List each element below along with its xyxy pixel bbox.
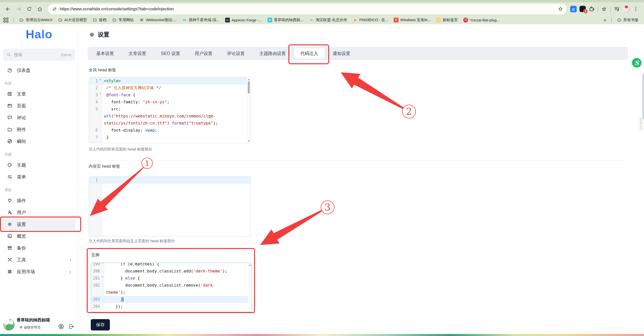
tab-codeInjection[interactable]: 代码注入 (294, 48, 325, 59)
code-line: 1 (89, 177, 251, 184)
sidebar-item-plugins[interactable]: 插件 (3, 195, 76, 206)
sidebar-item-settings[interactable]: 设置 (3, 218, 76, 230)
code-editor-content-head[interactable]: 1 (89, 176, 251, 236)
tab-routes[interactable]: 主题路由设置 (253, 48, 292, 59)
forward-icon[interactable] (14, 4, 24, 14)
halo-logo[interactable]: Halo (0, 27, 78, 41)
bookmark-item[interactable]: 留档 (90, 17, 109, 23)
all-bookmarks-button[interactable]: 所有书签 (615, 17, 640, 23)
user-actions (58, 323, 75, 330)
bookmarks-overflow-chevron[interactable]: » (601, 17, 608, 23)
notification-count-badge: 1 (583, 9, 588, 14)
favicon: C (394, 18, 398, 22)
tab-comment[interactable]: 评论设置 (221, 48, 251, 59)
posts-icon (7, 91, 12, 97)
bookmark-item[interactable]: 管理后台WebUI (17, 17, 54, 23)
extension-notify-icon[interactable]: 1 (579, 6, 586, 12)
code-line: theme'); (91, 289, 252, 296)
back-icon[interactable] (3, 4, 13, 14)
editor-scrollbar[interactable]: ▲▼ (247, 77, 251, 143)
toolbar-separator (610, 6, 611, 12)
address-bar[interactable]: https://www.xcnahida.cn/console/settings… (48, 4, 567, 14)
sidebar-item-pages[interactable]: 页面 (3, 100, 76, 112)
bookmark-star-icon[interactable] (556, 5, 565, 13)
star-extension-icon[interactable] (601, 6, 607, 12)
bookmark-item[interactable]: ∞淘宝联盟·生态伙伴 (307, 17, 349, 23)
folder-icon (58, 18, 63, 22)
scroll-up-icon: ▲ (249, 264, 251, 266)
reload-icon[interactable] (24, 4, 34, 14)
bookmark-label: Yunzai-Bot-plug... (470, 18, 500, 22)
bookmark-item[interactable]: CWindows 安装M... (392, 17, 433, 23)
sidebar-item-moments[interactable]: 瞬间 (3, 135, 76, 147)
floating-extension-button[interactable]: S (631, 57, 642, 69)
profile-icon[interactable] (58, 323, 64, 330)
tab-post[interactable]: 文章设置 (122, 48, 153, 59)
sidebar-item-tools[interactable]: 工具› (3, 254, 76, 266)
sidebar-item-label: 仪表盘 (17, 67, 30, 73)
bookmark-items: 管理后台WebUIAI大语言模型留档常用网站Websocket测试-...mi原… (17, 17, 502, 23)
tab-basic[interactable]: 基本设置 (90, 48, 120, 59)
sidebar-item-attachments[interactable]: 附件 (3, 124, 76, 135)
code-line: 203 } (91, 296, 252, 303)
logout-icon[interactable] (68, 323, 75, 330)
section-divider (88, 160, 628, 161)
bookmark-label: 留档 (99, 18, 107, 22)
chevron-right-icon: › (70, 257, 71, 263)
sidebar-item-market[interactable]: 应用市场› (3, 266, 76, 278)
active-indicator (0, 220, 1, 228)
sidebar-section-label: 内容 (3, 76, 76, 88)
sidebar-item-menus[interactable]: 菜单 (3, 171, 76, 183)
code-line: 6 font-display: swap; (89, 127, 251, 134)
bookmark-item[interactable]: GYunzai-Bot-plug... (461, 17, 502, 23)
code-line: 4 font-family: "zh-cn-ys"; (89, 99, 251, 106)
bookmark-item[interactable]: 常用网站 (110, 17, 136, 23)
search-input[interactable]: 搜索 Ctrl+K (3, 49, 75, 61)
sidebar-item-backup[interactable]: 备份 (3, 242, 76, 254)
fold-icon[interactable]: ∨ (102, 263, 103, 264)
sidebar-item-users[interactable]: 用户 (3, 206, 76, 218)
sidebar-item-label: 页面 (17, 103, 26, 109)
code-editor-footer[interactable]: 199∨ if (e.matches) {200 document.body.c… (91, 263, 252, 312)
code-editor-global-head[interactable]: 1∨<style>2 /* 引入原神官方网站字体 */3∨ @font-face… (89, 77, 251, 143)
bookmark-item[interactable]: Websocket测试-... (137, 17, 178, 23)
bookmark-item[interactable]: ▢新标签页 (434, 17, 460, 23)
extension-p-icon[interactable]: p (570, 6, 577, 12)
editor-scrollbar[interactable]: ▲ (248, 263, 252, 312)
browser-profile-avatar[interactable] (623, 6, 630, 13)
fold-icon[interactable]: ∨ (100, 93, 101, 95)
sidebar-item-label: 评论 (17, 115, 26, 121)
users-icon (7, 210, 12, 215)
annotation-badge-3: 3 (321, 200, 334, 214)
tab-user[interactable]: 用户设置 (188, 48, 219, 59)
bookmark-item[interactable]: ∷AppIcon Forge -... (223, 17, 264, 23)
code-line: 202 document.body.classList.remove('dark… (91, 282, 252, 289)
bookmark-item[interactable]: ⇄PNG转ICO - 在... (351, 17, 390, 23)
scroll-down-icon: ▼ (248, 140, 249, 142)
sidebar-item-posts[interactable]: 文章 (3, 88, 76, 100)
extensions-puzzle-icon[interactable] (589, 6, 595, 12)
bookmark-item[interactable]: AI大语言模型 (56, 17, 89, 23)
fold-icon[interactable]: ∨ (102, 276, 103, 278)
sidebar-item-label: 用户 (17, 209, 26, 216)
sidebar-item-dashboard[interactable]: 仪表盘 (3, 64, 76, 76)
fold-icon[interactable]: ∨ (100, 78, 101, 81)
settings-icon (7, 222, 12, 227)
playlist-extension-icon[interactable] (614, 6, 620, 12)
sidebar-item-themes[interactable]: 主题 (3, 159, 76, 171)
url-text[interactable]: https://www.xcnahida.cn/console/settings… (60, 7, 553, 12)
home-icon[interactable] (35, 4, 45, 14)
site-info-icon[interactable] (52, 7, 57, 12)
browser-menu-icon[interactable] (633, 6, 639, 12)
page-scrollbar[interactable] (642, 74, 644, 119)
tab-notification[interactable]: 通知设置 (326, 48, 357, 59)
user-avatar (3, 319, 15, 330)
bookmark-item[interactable]: ●香草味的纳西妲... (265, 17, 306, 23)
sidebar-item-comments[interactable]: 评论 (3, 112, 76, 124)
bookmark-item[interactable]: mi原神千星奇域·综... (180, 17, 222, 23)
tab-seo[interactable]: SEO 设置 (154, 48, 187, 59)
save-button[interactable]: 保存 (91, 319, 110, 330)
code-line: 3∨ @font-face { (89, 91, 251, 99)
apps-grid-icon[interactable] (4, 18, 8, 22)
sidebar-item-overview[interactable]: 概览 (3, 230, 76, 242)
